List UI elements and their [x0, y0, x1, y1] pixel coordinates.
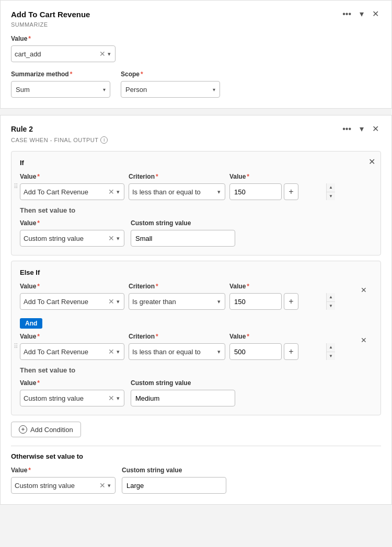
- if-num-down[interactable]: ▼: [327, 192, 335, 201]
- value-input-control[interactable]: cart_add ✕ ▾: [11, 45, 116, 62]
- elseif-cond2-down[interactable]: ▼: [327, 352, 335, 360]
- elseif-cond2-spinners: ▲ ▼: [326, 343, 335, 360]
- elseif-cond1-value-clear[interactable]: ✕: [107, 297, 116, 306]
- and-badge[interactable]: And: [20, 318, 42, 329]
- elseif-cond1-num-wrapper[interactable]: ▲ ▼: [229, 293, 282, 310]
- elseif-cond2-criterion-field: Criterion* Is less than or equal to ▾: [129, 333, 225, 360]
- chevron-down-icon: ▾: [360, 9, 364, 18]
- page-container: Add To Cart Revenue ••• ▾ ✕ SUMMARIZE Va…: [0, 0, 392, 505]
- close-top-section-button[interactable]: ✕: [370, 9, 381, 19]
- otherwise-custom-input[interactable]: [122, 477, 226, 494]
- case-label: CASE WHEN - FINAL OUTPUT i: [11, 136, 381, 144]
- elseif-cond1-spinners: ▲ ▼: [326, 293, 335, 310]
- elseif-cond2-row: ⠿ Value* Add To Cart Revenue ✕ ▾: [20, 333, 372, 360]
- rule2-more-button[interactable]: •••: [340, 124, 353, 134]
- elseif-cond1-criterion-select[interactable]: Is greater than ▾: [129, 293, 225, 310]
- collapse-button[interactable]: ▾: [358, 9, 366, 19]
- rule2-header: Rule 2 ••• ▾ ✕: [11, 124, 381, 134]
- if-block-close-button[interactable]: ✕: [368, 157, 375, 167]
- drag-handle-icon[interactable]: ⠿: [14, 183, 18, 190]
- method-scope-row: Summarize method* Sum ▾ Scope* Person ▾: [11, 71, 381, 98]
- plus-circle-icon: +: [19, 425, 27, 434]
- if-value-field: Value* Add To Cart Revenue ✕ ▾: [20, 173, 124, 200]
- summarize-method-label: Summarize method*: [11, 71, 110, 78]
- rule2-title: Rule 2: [11, 125, 33, 133]
- elseif-cond2-num-input[interactable]: [230, 348, 326, 356]
- if-criterion-field: Criterion* Is less than or equal to ▾: [129, 173, 225, 200]
- section-title: Add To Cart Revenue: [11, 10, 90, 19]
- elseif-cond2-value-clear[interactable]: ✕: [107, 347, 116, 356]
- required-star: *: [28, 35, 31, 42]
- if-num-input[interactable]: [230, 188, 326, 196]
- elseif-then-value-field: Value* Custom string value ✕ ▾: [20, 379, 124, 406]
- elseif-cond1-value-field: Value* Add To Cart Revenue ✕ ▾: [20, 283, 124, 310]
- elseif-cond1-num-input[interactable]: [230, 298, 326, 306]
- rule2-close-icon: ✕: [372, 124, 379, 133]
- if-criterion-dropdown[interactable]: ▾: [216, 189, 222, 195]
- elseif-cond1-criterion-field: Criterion* Is greater than ▾: [129, 283, 225, 310]
- if-value-select[interactable]: Add To Cart Revenue ✕ ▾: [20, 183, 124, 200]
- otherwise-row: Value* Custom string value ✕ ▾ Custom st…: [11, 467, 381, 494]
- elseif-cond1-value-dropdown[interactable]: ▾: [116, 298, 121, 305]
- scope-select[interactable]: Person ▾: [121, 81, 220, 98]
- elseif-then-value-select[interactable]: Custom string value ✕ ▾: [20, 390, 124, 406]
- elseif-custom-field: Custom string value: [131, 379, 235, 406]
- elseif-custom-input[interactable]: [131, 390, 235, 406]
- elseif-cond2-up[interactable]: ▲: [327, 343, 335, 352]
- otherwise-title: Otherwise set value to: [11, 452, 381, 460]
- if-then-value-text: Custom string value: [24, 235, 107, 242]
- if-then-value-select[interactable]: Custom string value ✕ ▾: [20, 230, 124, 247]
- elseif-cond1-down[interactable]: ▼: [327, 302, 335, 310]
- elseif-cond1-up[interactable]: ▲: [327, 293, 335, 302]
- elseif-custom-text[interactable]: [135, 394, 230, 402]
- otherwise-custom-text[interactable]: [126, 482, 222, 490]
- elseif-cond1-add-btn[interactable]: +: [284, 293, 298, 310]
- elseif-then-row: Value* Custom string value ✕ ▾ Custom st…: [20, 379, 372, 406]
- scope-label: Scope*: [121, 71, 220, 78]
- elseif-cond2-num-wrapper[interactable]: ▲ ▼: [229, 343, 282, 360]
- if-block: ✕ If ⠿ Value* Add To Cart Revenue ✕ ▾: [11, 151, 381, 255]
- section-subtitle: SUMMARIZE: [11, 21, 381, 28]
- if-num-up[interactable]: ▲: [327, 183, 335, 192]
- elseif-cond2-criterion-select[interactable]: Is less than or equal to ▾: [129, 343, 225, 360]
- elseif-cond2-criterion-dropdown[interactable]: ▾: [216, 348, 222, 355]
- otherwise-value-dropdown[interactable]: ▾: [107, 482, 112, 489]
- elseif-cond2-wrapper: ✕ ⠿ Value* Add To Cart Revenue ✕ ▾: [20, 333, 372, 360]
- info-icon[interactable]: i: [100, 136, 108, 144]
- if-criterion-text: Is less than or equal to: [132, 188, 216, 196]
- elseif-cond2-value-dropdown[interactable]: ▾: [116, 348, 121, 355]
- if-value-clear[interactable]: ✕: [107, 188, 116, 196]
- if-then-row: Value* Custom string value ✕ ▾ Custom st…: [20, 219, 372, 247]
- elseif-cond1-criterion-text: Is greater than: [132, 298, 216, 306]
- summarize-method-select[interactable]: Sum ▾: [11, 81, 110, 98]
- more-icon: •••: [342, 9, 351, 18]
- elseif-cond2-add-btn[interactable]: +: [284, 343, 298, 360]
- elseif-cond1-criterion-dropdown[interactable]: ▾: [216, 298, 222, 305]
- if-then-value-clear[interactable]: ✕: [107, 234, 116, 242]
- if-criterion-select[interactable]: Is less than or equal to ▾: [129, 183, 225, 200]
- elseif-then-value-clear[interactable]: ✕: [107, 394, 116, 402]
- more-options-button[interactable]: •••: [340, 9, 353, 19]
- if-value-dropdown[interactable]: ▾: [116, 189, 121, 195]
- value-clear-button[interactable]: ✕: [98, 50, 107, 58]
- elseif-then-value-dropdown[interactable]: ▾: [116, 395, 121, 402]
- otherwise-value-select[interactable]: Custom string value ✕ ▾: [11, 477, 116, 494]
- if-num-input-wrapper[interactable]: ▲ ▼: [229, 183, 282, 200]
- if-then-value-dropdown[interactable]: ▾: [116, 235, 121, 242]
- top-section: Add To Cart Revenue ••• ▾ ✕ SUMMARIZE Va…: [0, 0, 392, 109]
- scope-arrow: ▾: [213, 87, 215, 92]
- elseif-cond2-num-field: Value* ▲ ▼ +: [229, 333, 298, 360]
- elseif-cond1-value-select[interactable]: Add To Cart Revenue ✕ ▾: [20, 293, 124, 310]
- section-actions: ••• ▾ ✕: [340, 9, 381, 19]
- rule2-close-button[interactable]: ✕: [370, 124, 381, 134]
- elseif-cond2-value-select[interactable]: Add To Cart Revenue ✕ ▾: [20, 343, 124, 360]
- if-custom-input[interactable]: [131, 230, 235, 247]
- value-dropdown-button[interactable]: ▾: [107, 51, 112, 57]
- if-custom-text[interactable]: [135, 235, 230, 242]
- if-add-condition-btn[interactable]: +: [284, 183, 298, 200]
- drag-handle2-icon[interactable]: ⠿: [14, 343, 18, 350]
- rule2-collapse-button[interactable]: ▾: [358, 124, 366, 134]
- otherwise-value-clear[interactable]: ✕: [98, 481, 107, 490]
- add-condition-button[interactable]: + Add Condition: [11, 422, 81, 437]
- if-num-spinners: ▲ ▼: [326, 183, 335, 200]
